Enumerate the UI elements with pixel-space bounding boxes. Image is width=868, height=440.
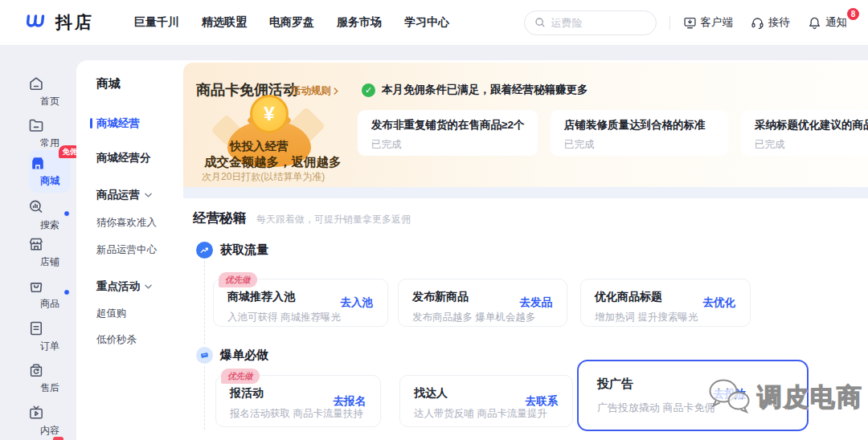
- promo-line: 成交金额越多，返佣越多: [204, 154, 342, 171]
- nav-item-compass[interactable]: 电商罗盘: [269, 15, 314, 30]
- orders-icon: [27, 320, 72, 338]
- notification-dot: [63, 210, 70, 217]
- nav-item-service-market[interactable]: 服务市场: [337, 15, 382, 30]
- notification-button[interactable]: 通知 8: [808, 15, 847, 30]
- go-advertise-link[interactable]: 去投放: [714, 387, 747, 401]
- chevron-right-icon: [334, 88, 338, 95]
- client-download-button[interactable]: 客户端: [683, 15, 734, 30]
- subnav-item-key-activities[interactable]: 重点活动: [96, 279, 152, 294]
- go-contact-link[interactable]: 去联系: [526, 394, 559, 409]
- headset-icon: [751, 16, 764, 30]
- rail-item-shop[interactable]: 店铺: [27, 235, 72, 269]
- condition-card: 采纳标题优化建议的商品数 已完成: [741, 110, 868, 156]
- condition-done-label: 已完成: [564, 138, 714, 152]
- task-card-join-activity[interactable]: 优先做 报活动 报名活动获取 商品卡流量扶持 去报名: [215, 375, 381, 427]
- task-card-mall-pool[interactable]: 优先做 商城推荐入池 入池可获得 商城推荐曝光 去入池: [213, 279, 388, 327]
- app-logo-text: 抖店: [55, 11, 94, 34]
- content-video-icon: [27, 404, 72, 422]
- primary-nav: 巨量千川 精选联盟 电商罗盘 服务市场 学习中心: [134, 15, 449, 30]
- go-to-pool-link[interactable]: 去入池: [341, 295, 374, 310]
- search-input[interactable]: [551, 17, 636, 29]
- task-card-find-influencer[interactable]: 找达人 达人带货反哺 商品卡流量提升 去联系: [399, 375, 573, 427]
- group-header-hot-sale: 爆单必做: [196, 345, 273, 365]
- rail-item-mall[interactable]: 商城 免佣: [29, 150, 71, 193]
- rail-item-search[interactable]: 搜索: [27, 198, 72, 232]
- client-download-icon: [683, 16, 697, 30]
- priority-badge: 优先做: [221, 369, 260, 384]
- app-logo[interactable]: 抖店: [24, 11, 94, 34]
- chevron-down-icon: [145, 284, 152, 289]
- notification-count-badge: 8: [847, 8, 859, 20]
- task-card-new-product[interactable]: 发布新商品 发布商品越多 爆单机会越多 去发品: [398, 279, 567, 327]
- rail-item-aftersale[interactable]: 售后: [27, 361, 72, 395]
- traffic-trend-icon: [196, 242, 213, 259]
- storefront-icon: [27, 235, 72, 254]
- subnav-item-product-operation[interactable]: 商品运营: [96, 188, 152, 202]
- rail-item-goods[interactable]: 商品: [27, 277, 72, 311]
- subnav-item-mall-operation[interactable]: 商城经营: [96, 116, 140, 131]
- success-check-icon: ✓: [362, 84, 375, 97]
- condition-status-row: ✓ 本月免佣条件已满足，跟着经营秘籍赚更多: [362, 83, 588, 97]
- mall-subnav: 商城 商城经营 商城经营分 商品运营 猜你喜欢准入 新品运营中心 重点活动 超值…: [76, 60, 183, 440]
- subnav-item-mall-score[interactable]: 商城经营分: [96, 151, 151, 165]
- subnav-title: 商城: [96, 76, 121, 92]
- content-panel: 商城 商城经营 商城经营分 商品运营 猜你喜欢准入 新品运营中心 重点活动 超值…: [76, 60, 868, 440]
- condition-done-label: 已完成: [371, 138, 524, 152]
- aftersale-return-icon: [27, 361, 72, 380]
- go-signup-link[interactable]: 去报名: [334, 394, 366, 409]
- condition-status-text: 本月免佣条件已满足，跟着经营秘籍赚更多: [382, 83, 588, 97]
- subnav-item-flash-sale[interactable]: 低价秒杀: [96, 333, 137, 347]
- group-header-traffic: 获取流量: [196, 240, 273, 260]
- global-search[interactable]: [524, 10, 657, 35]
- secrets-heading: 经营秘籍 每天跟着做，可提升销量拿更多返佣: [193, 210, 411, 227]
- chevron-down-icon: [145, 193, 152, 198]
- main-content: 商品卡免佣活动 活动规则 ¥ 快投入经营 成交金额越多，返佣越多 次月20日打款…: [183, 60, 868, 440]
- priority-badge: 优先做: [219, 272, 257, 287]
- secrets-subtitle: 每天跟着做，可提升销量拿更多返佣: [256, 213, 411, 226]
- task-card-run-ads-highlighted[interactable]: 投广告 广告投放撬动 商品卡免佣 去投放: [577, 360, 809, 431]
- rail-item-content[interactable]: 内容: [27, 404, 72, 438]
- folder-icon: [27, 116, 72, 135]
- subnav-item-guess-you-like[interactable]: 猜你喜欢准入: [96, 216, 157, 230]
- icon-rail: 首页 常用 商城 免佣 搜索 店铺 商品 订单 售后 内容: [0, 46, 76, 440]
- douyin-shop-logo-icon: [24, 12, 48, 33]
- search-icon: [534, 17, 546, 28]
- subnav-item-new-product-center[interactable]: 新品运营中心: [96, 243, 157, 257]
- yuan-coin-icon: ¥: [250, 95, 289, 133]
- promo-note: 次月20日打款(以结算单为准): [202, 170, 325, 184]
- nav-item-alliance[interactable]: 精选联盟: [202, 15, 247, 30]
- nav-item-qianchuan[interactable]: 巨量千川: [134, 15, 179, 30]
- secrets-title: 经营秘籍: [193, 210, 246, 227]
- bell-icon: [808, 16, 821, 30]
- notification-dot: [63, 289, 70, 295]
- ticket-icon: [196, 347, 213, 364]
- promo-title: 快投入经营: [230, 139, 289, 154]
- task-card-optimize-title[interactable]: 优化商品标题 增加热词 提升搜索曝光 去优化: [580, 279, 751, 327]
- condition-card: 发布非重复铺货的在售商品≥2个 已完成: [358, 110, 538, 156]
- section-divider-strip: [183, 187, 868, 198]
- go-optimize-link[interactable]: 去优化: [703, 295, 736, 310]
- nav-item-learning[interactable]: 学习中心: [404, 15, 449, 30]
- commission-free-banner: 商品卡免佣活动 活动规则 ¥ 快投入经营 成交金额越多，返佣越多 次月20日打款…: [183, 63, 868, 187]
- rail-item-home[interactable]: 首页: [27, 75, 72, 108]
- cutoff-badge-sliver: [53, 437, 63, 440]
- condition-done-label: 已完成: [755, 138, 868, 152]
- subnav-item-super-value[interactable]: 超值购: [96, 307, 127, 320]
- top-navbar: 抖店 巨量千川 精选联盟 电商罗盘 服务市场 学习中心 客户端 接待: [0, 0, 868, 46]
- condition-card: 店铺装修质量达到合格的标准 已完成: [551, 110, 728, 156]
- go-publish-link[interactable]: 去发品: [520, 295, 553, 310]
- rail-item-orders[interactable]: 订单: [27, 320, 72, 353]
- home-icon: [27, 75, 72, 93]
- navbar-actions: 客户端 接待 通知 8: [683, 15, 848, 30]
- navbar-divider: [669, 16, 670, 30]
- reception-button[interactable]: 接待: [751, 15, 790, 30]
